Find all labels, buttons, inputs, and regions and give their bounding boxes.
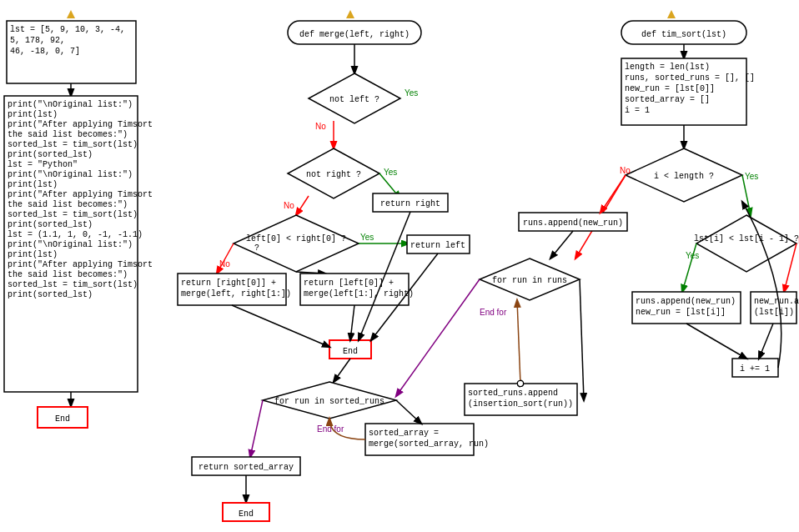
arrow-sortedappend-back bbox=[517, 300, 520, 384]
arrow-end-to-forsorted bbox=[334, 359, 350, 382]
i-lt-length-text: i < length ? bbox=[654, 172, 714, 181]
arrow-newrunappend-to-iplus bbox=[759, 324, 773, 359]
arrow-endsorted-to-return bbox=[250, 400, 263, 457]
return-sorted-text: return sorted_array bbox=[198, 463, 294, 472]
i-lt-no-label: No bbox=[620, 166, 631, 175]
arrow-forsorted-to-box bbox=[396, 400, 421, 424]
not-left-text: not left ? bbox=[329, 95, 379, 104]
arrow-runsappend2-to-for bbox=[550, 231, 573, 258]
i-plus-text: i += 1 bbox=[740, 364, 770, 374]
start-arrow-merge bbox=[346, 10, 354, 18]
i-lt-yes-label: Yes bbox=[745, 172, 758, 181]
start-arrow-left bbox=[67, 10, 75, 18]
for-sorted-runs-text: for run in sorted_runs bbox=[274, 397, 384, 406]
runs-append2-text: runs.append(new_run) bbox=[523, 218, 623, 228]
arrow-notright-no bbox=[296, 196, 309, 215]
for-run-text: for run in runs bbox=[492, 276, 567, 285]
end-merge-text: End bbox=[343, 347, 358, 356]
arrow-runsappend-to-iplus bbox=[686, 324, 746, 359]
start-arrow-timsort bbox=[667, 10, 676, 18]
not-left-yes-label: Yes bbox=[405, 88, 418, 98]
lst-i-lt-diamond bbox=[696, 215, 796, 272]
not-right-yes-label: Yes bbox=[384, 168, 397, 177]
left-lt-right-diamond bbox=[234, 215, 359, 272]
merge-header-text: def merge(left, right) bbox=[299, 30, 410, 39]
timsort-header-text: def tim_sort(lst) bbox=[641, 30, 726, 39]
return-left-text: return left bbox=[410, 241, 465, 250]
end-text-2: End bbox=[239, 509, 254, 519]
return-right-text: return right bbox=[380, 199, 440, 208]
not-right-no-label: No bbox=[284, 201, 294, 210]
not-right-text: not right ? bbox=[306, 170, 361, 179]
flowchart-svg: lst = [5, 9, 10, 3, -4, 5, 178, 92, 46, … bbox=[0, 0, 799, 532]
arrow-forrun-to-sortedappend bbox=[580, 279, 584, 400]
end-text-1: End bbox=[55, 414, 70, 424]
arrow-lst-i-no bbox=[784, 243, 796, 292]
not-left-no-label: No bbox=[315, 122, 326, 131]
arrow-leftmerge-to-end bbox=[350, 305, 354, 340]
lst-i-lt-text: lst[i] < lst[i - 1] ? bbox=[694, 234, 799, 243]
left-lt-right-text: left[0] < right[0] ? bbox=[246, 234, 346, 243]
arrow-left-lt-no bbox=[217, 243, 234, 274]
end-for-label2: End for bbox=[480, 308, 507, 317]
left-lt-yes-label: Yes bbox=[360, 233, 374, 242]
arrow-rightmerge-to-end bbox=[232, 305, 329, 347]
arrow-to-runsappend2 bbox=[601, 175, 626, 213]
left-lt-right-text2: ? bbox=[254, 243, 259, 253]
